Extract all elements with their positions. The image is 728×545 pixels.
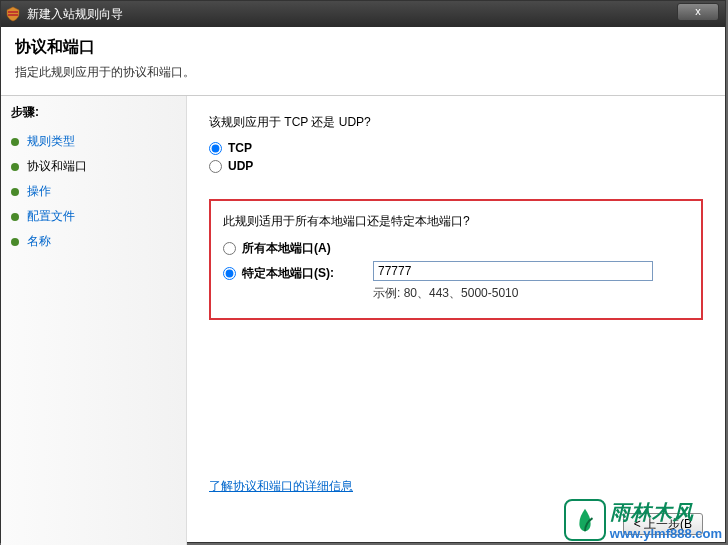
bullet-icon — [11, 138, 19, 146]
radio-all-ports-row: 所有本地端口(A) — [223, 240, 689, 257]
protocol-question: 该规则应用于 TCP 还是 UDP? — [209, 114, 703, 131]
wizard-header: 协议和端口 指定此规则应用于的协议和端口。 — [1, 27, 725, 96]
specific-ports-label: 特定本地端口(S): — [242, 265, 334, 282]
svg-rect-0 — [8, 11, 18, 13]
step-label: 名称 — [27, 233, 51, 250]
bullet-icon — [11, 163, 19, 171]
page-subtitle: 指定此规则应用于的协议和端口。 — [15, 64, 711, 81]
close-button[interactable]: x — [677, 3, 719, 21]
titlebar: 新建入站规则向导 x — [1, 1, 725, 27]
step-label: 协议和端口 — [27, 158, 87, 175]
port-highlight-box: 此规则适用于所有本地端口还是特定本地端口? 所有本地端口(A) 特定本地端口(S… — [209, 199, 703, 320]
tcp-label: TCP — [228, 141, 252, 155]
steps-sidebar: 步骤: 规则类型 协议和端口 操作 配置文件 名称 — [1, 96, 187, 545]
wizard-window: 新建入站规则向导 x 协议和端口 指定此规则应用于的协议和端口。 步骤: 规则类… — [0, 0, 726, 543]
back-button[interactable]: < 上一步(B — [623, 513, 703, 535]
bullet-icon — [11, 238, 19, 246]
svg-rect-1 — [8, 14, 18, 16]
port-input[interactable] — [373, 261, 653, 281]
step-profile[interactable]: 配置文件 — [11, 204, 176, 229]
step-action[interactable]: 操作 — [11, 179, 176, 204]
step-name[interactable]: 名称 — [11, 229, 176, 254]
udp-label: UDP — [228, 159, 253, 173]
page-title: 协议和端口 — [15, 37, 711, 58]
step-label: 操作 — [27, 183, 51, 200]
wizard-content: 该规则应用于 TCP 还是 UDP? TCP UDP 此规则适用于所有本地端口还… — [187, 96, 725, 545]
step-label: 配置文件 — [27, 208, 75, 225]
steps-heading: 步骤: — [11, 104, 176, 121]
specific-ports-row: 特定本地端口(S): 示例: 80、443、5000-5010 — [223, 261, 689, 302]
step-protocol-port[interactable]: 协议和端口 — [11, 154, 176, 179]
wizard-body: 步骤: 规则类型 协议和端口 操作 配置文件 名称 该规 — [1, 96, 725, 545]
radio-tcp-row: TCP — [209, 141, 703, 155]
radio-udp[interactable] — [209, 160, 222, 173]
step-label: 规则类型 — [27, 133, 75, 150]
radio-all-ports[interactable] — [223, 242, 236, 255]
radio-specific-ports[interactable] — [223, 267, 236, 280]
bullet-icon — [11, 213, 19, 221]
all-ports-label: 所有本地端口(A) — [242, 240, 331, 257]
firewall-icon — [5, 6, 21, 22]
port-example: 示例: 80、443、5000-5010 — [373, 285, 689, 302]
radio-tcp[interactable] — [209, 142, 222, 155]
bullet-icon — [11, 188, 19, 196]
learn-more-link[interactable]: 了解协议和端口的详细信息 — [209, 478, 353, 495]
port-question: 此规则适用于所有本地端口还是特定本地端口? — [223, 213, 689, 230]
radio-udp-row: UDP — [209, 159, 703, 173]
step-rule-type[interactable]: 规则类型 — [11, 129, 176, 154]
window-title: 新建入站规则向导 — [27, 6, 123, 23]
wizard-footer: < 上一步(B — [623, 513, 703, 535]
